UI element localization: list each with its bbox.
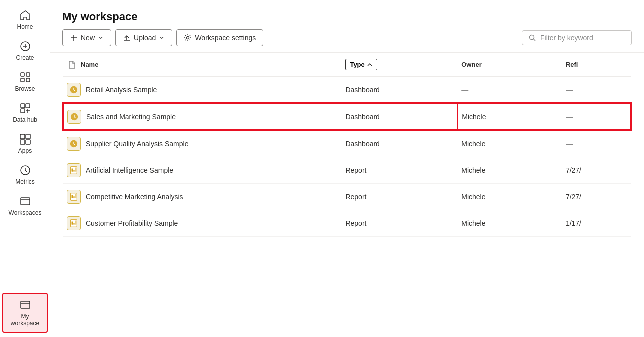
workspace-table: Name Type Owner (62, 53, 632, 237)
table-row[interactable]: Competitive Marketing AnalysisReportMich… (63, 184, 631, 210)
row-name-label: Artificial Intelligence Sample (86, 166, 173, 174)
main-content: My workspace New Upload (50, 0, 644, 337)
sidebar-item-metrics[interactable]: Metrics (0, 159, 50, 190)
search-icon (528, 34, 536, 42)
sidebar-item-home[interactable]: Home (0, 4, 50, 35)
col-header-type[interactable]: Type (341, 53, 457, 77)
owner-cell: Michele (457, 210, 562, 237)
table-body: Retail Analysis SampleDashboard—— Sales … (63, 77, 631, 237)
svg-rect-34 (75, 194, 77, 198)
sidebar-item-create[interactable]: Create (0, 35, 50, 66)
owner-cell: Michele (457, 157, 562, 184)
svg-rect-7 (21, 104, 25, 108)
svg-rect-11 (26, 134, 30, 139)
refresh-cell: — (562, 130, 631, 157)
svg-rect-30 (75, 168, 77, 172)
myworkspace-icon (19, 299, 31, 311)
svg-rect-13 (26, 140, 30, 144)
gear-icon (184, 34, 192, 42)
row-name-label: Retail Analysis Sample (86, 86, 157, 94)
dashboard-icon (67, 137, 81, 151)
row-name-label: Sales and Marketing Sample (86, 113, 176, 121)
browse-icon (19, 71, 31, 83)
refresh-cell: — (562, 77, 631, 104)
svg-rect-36 (72, 221, 73, 224)
sidebar-item-metrics-label: Metrics (15, 178, 35, 185)
svg-rect-10 (20, 134, 25, 139)
type-cell: Dashboard (341, 77, 457, 104)
refresh-cell: 1/17/ (562, 210, 631, 237)
svg-line-23 (534, 39, 536, 41)
svg-rect-5 (21, 78, 24, 82)
workspace-settings-label: Workspace settings (195, 34, 256, 42)
datahub-icon (19, 102, 31, 114)
svg-rect-38 (75, 221, 77, 225)
type-col-label: Type (350, 61, 364, 68)
table-container: Name Type Owner (50, 53, 644, 337)
workspaces-icon (19, 195, 31, 207)
sidebar-item-workspaces[interactable]: Workspaces (0, 190, 50, 221)
svg-rect-16 (21, 301, 30, 308)
svg-rect-28 (72, 168, 73, 171)
table-row[interactable]: Retail Analysis SampleDashboard—— (63, 77, 631, 104)
row-name-label: Customer Profitability Sample (86, 219, 178, 227)
svg-rect-32 (72, 195, 73, 198)
plus-icon (70, 34, 78, 42)
refresh-cell: 7/27/ (562, 157, 631, 184)
owner-cell: — (457, 77, 562, 104)
svg-rect-9 (21, 109, 25, 113)
file-icon (67, 60, 77, 70)
owner-cell: Michele (457, 184, 562, 210)
col-header-owner: Owner (457, 53, 562, 77)
metrics-icon (19, 164, 31, 176)
type-cell: Report (341, 210, 457, 237)
dashboard-icon (67, 83, 81, 97)
name-cell: Sales and Marketing Sample (63, 103, 341, 130)
table-row[interactable]: Artificial Intelligence SampleReportMich… (63, 157, 631, 184)
table-row[interactable]: Customer Profitability SampleReportMiche… (63, 210, 631, 237)
sidebar-item-datahub[interactable]: Data hub (0, 97, 50, 128)
type-sort-button[interactable]: Type (345, 59, 377, 70)
name-cell: Artificial Intelligence Sample (63, 157, 341, 184)
svg-rect-12 (20, 140, 25, 144)
sidebar-item-workspaces-label: Workspaces (9, 209, 42, 216)
report-icon (67, 163, 81, 177)
sidebar-item-browse[interactable]: Browse (0, 66, 50, 97)
workspace-settings-button[interactable]: Workspace settings (176, 29, 263, 46)
sidebar-item-browse-label: Browse (15, 85, 35, 92)
svg-rect-3 (21, 73, 24, 76)
col-header-name: Name (63, 53, 341, 77)
report-icon (67, 190, 81, 204)
upload-button[interactable]: Upload (115, 29, 172, 46)
upload-chevron-icon (159, 35, 165, 41)
svg-rect-29 (73, 170, 75, 172)
new-label: New (81, 34, 95, 42)
create-icon (19, 40, 31, 52)
refresh-col-label: Refi (566, 61, 578, 68)
sidebar-item-myworkspace[interactable]: My workspace (2, 293, 48, 333)
sidebar-item-create-label: Create (16, 54, 34, 61)
type-cell: Report (341, 157, 457, 184)
upload-label: Upload (134, 34, 156, 42)
filter-placeholder: Filter by keyword (540, 34, 593, 42)
table-row[interactable]: Sales and Marketing SampleDashboardMiche… (63, 103, 631, 130)
owner-cell: Michele (457, 103, 562, 130)
page-title: My workspace (50, 0, 644, 29)
table-row[interactable]: Supplier Quality Analysis SampleDashboar… (63, 130, 631, 157)
row-name-label: Competitive Marketing Analysis (86, 193, 183, 201)
refresh-cell: 7/27/ (562, 184, 631, 210)
new-button[interactable]: New (62, 29, 111, 46)
sidebar-item-apps[interactable]: Apps (0, 128, 50, 159)
svg-rect-37 (73, 223, 75, 225)
table-header-row: Name Type Owner (63, 53, 631, 77)
sidebar-item-datahub-label: Data hub (13, 116, 37, 123)
col-name-label: Name (81, 61, 98, 68)
svg-point-22 (530, 35, 534, 40)
home-icon (19, 9, 31, 21)
apps-icon (19, 133, 31, 145)
chevron-down-icon (98, 35, 104, 41)
filter-input[interactable]: Filter by keyword (522, 30, 632, 45)
svg-rect-6 (26, 78, 30, 82)
name-cell: Customer Profitability Sample (63, 210, 341, 237)
svg-rect-8 (26, 104, 30, 108)
